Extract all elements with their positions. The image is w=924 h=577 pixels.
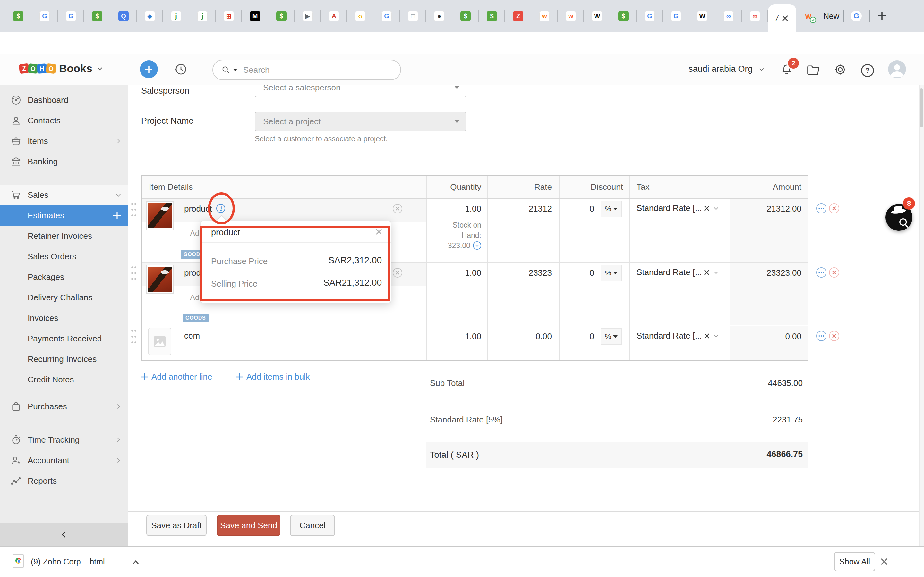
- sidebar-item-purchases[interactable]: Purchases: [0, 396, 128, 417]
- sidebar-item-recurring-invoices[interactable]: Recurring Invoices: [0, 349, 128, 369]
- add-another-line-link[interactable]: Add another line: [141, 372, 212, 382]
- tab-google[interactable]: G: [844, 0, 869, 32]
- browser-tab[interactable]: □: [400, 0, 426, 32]
- tab-close-icon[interactable]: [782, 15, 788, 21]
- row-delete-icon[interactable]: [829, 331, 839, 341]
- help-icon[interactable]: ?: [861, 64, 874, 77]
- download-expand-icon[interactable]: [132, 560, 139, 565]
- zoho-books-logo[interactable]: Z O H O Books: [19, 62, 103, 75]
- save-as-draft-button[interactable]: Save as Draft: [146, 515, 207, 536]
- row-more-icon[interactable]: [816, 268, 827, 277]
- add-estimate-plus-icon[interactable]: [112, 211, 122, 220]
- item-name[interactable]: prod: [184, 268, 201, 278]
- browser-tab[interactable]: j: [163, 0, 189, 32]
- browser-tab[interactable]: $: [84, 0, 110, 32]
- tab-new[interactable]: New: [819, 0, 843, 32]
- sidebar-item-dashboard[interactable]: Dashboard: [0, 90, 128, 110]
- browser-tab[interactable]: w: [531, 0, 557, 32]
- recent-history-icon[interactable]: [174, 62, 188, 76]
- search-icon[interactable]: [221, 65, 230, 74]
- sidebar-item-retainer-invoices[interactable]: Retainer Invoices: [0, 226, 128, 246]
- cancel-button[interactable]: Cancel: [290, 515, 335, 536]
- show-all-button[interactable]: Show All: [834, 552, 875, 571]
- browser-tab[interactable]: G: [373, 0, 400, 32]
- sidebar-item-time-tracking[interactable]: Time Tracking: [0, 430, 128, 450]
- sidebar-item-invoices[interactable]: Invoices: [0, 308, 128, 328]
- sidebar-item-contacts[interactable]: Contacts: [0, 110, 128, 131]
- tax-select[interactable]: Standard Rate [...: [636, 203, 719, 213]
- browser-tab[interactable]: G: [58, 0, 84, 32]
- quick-create-button[interactable]: [140, 60, 158, 78]
- browser-tab[interactable]: $: [479, 0, 505, 32]
- sidebar-item-payments-received[interactable]: Payments Received: [0, 328, 128, 349]
- discount-type-select[interactable]: %: [601, 265, 622, 282]
- scrollbar-track[interactable]: [919, 85, 924, 546]
- browser-tab[interactable]: $: [268, 0, 294, 32]
- row-drag-handle[interactable]: [131, 266, 137, 281]
- sidebar-item-banking[interactable]: Banking: [0, 151, 128, 172]
- browser-tab[interactable]: ∞: [716, 0, 742, 32]
- sidebar-collapse-button[interactable]: [0, 523, 128, 546]
- global-search[interactable]: Search: [212, 60, 401, 80]
- browser-tab[interactable]: G: [636, 0, 663, 32]
- browser-tab[interactable]: ‹›: [347, 0, 373, 32]
- sidebar-item-delivery-challans[interactable]: Delivery Challans: [0, 287, 128, 308]
- sidebar-section-sales[interactable]: Sales: [0, 185, 128, 205]
- row-more-icon[interactable]: [816, 331, 827, 341]
- quantity-input[interactable]: 1.00: [426, 332, 481, 342]
- rate-input[interactable]: 21312: [487, 204, 552, 214]
- browser-tab[interactable]: G: [663, 0, 689, 32]
- remove-tax-icon[interactable]: [704, 269, 710, 276]
- new-tab-button[interactable]: [877, 10, 887, 21]
- download-file-label[interactable]: (9) Zoho Corp....html: [31, 557, 105, 566]
- save-and-send-button[interactable]: Save and Send: [217, 515, 280, 536]
- row-delete-icon[interactable]: [829, 268, 839, 277]
- browser-tab[interactable]: ⊞: [216, 0, 242, 32]
- browser-tab[interactable]: G: [31, 0, 58, 32]
- rate-input[interactable]: 0.00: [487, 332, 552, 342]
- rate-input[interactable]: 23323: [487, 268, 552, 278]
- stock-expand-icon[interactable]: [473, 242, 481, 250]
- sidebar-item-reports[interactable]: Reports: [0, 471, 128, 491]
- discount-input[interactable]: 0: [559, 268, 594, 278]
- browser-tab[interactable]: W: [584, 0, 610, 32]
- browser-tab[interactable]: $: [5, 0, 31, 32]
- browser-tab[interactable]: $: [610, 0, 636, 32]
- discount-input[interactable]: 0: [559, 204, 594, 214]
- remove-item-icon[interactable]: [393, 268, 402, 277]
- scrollbar-thumb[interactable]: [919, 89, 923, 127]
- sidebar-item-items[interactable]: Items: [0, 131, 128, 151]
- add-items-in-bulk-link[interactable]: Add items in bulk: [236, 372, 310, 382]
- popover-close-icon[interactable]: [375, 228, 383, 235]
- discount-type-select[interactable]: %: [601, 328, 622, 345]
- row-delete-icon[interactable]: [829, 203, 839, 213]
- browser-tab[interactable]: Z: [505, 0, 531, 32]
- remove-tax-icon[interactable]: [704, 205, 710, 211]
- item-info-icon[interactable]: i: [216, 204, 225, 213]
- documents-folder-icon[interactable]: [806, 64, 820, 76]
- browser-tab[interactable]: M: [242, 0, 268, 32]
- sidebar-item-estimates[interactable]: Estimates: [0, 205, 128, 226]
- item-name[interactable]: com: [184, 331, 200, 341]
- org-switcher[interactable]: saudi arabia Org: [688, 64, 765, 74]
- browser-tab[interactable]: ●: [426, 0, 452, 32]
- tab-gitlab[interactable]: w: [798, 0, 819, 32]
- pinned-tabs[interactable]: $GG$Q◆jj⊞M$▶A‹›G□●$$ZwwW$GGW∞∞: [5, 0, 768, 32]
- quantity-input[interactable]: 1.00: [426, 204, 481, 214]
- discount-type-select[interactable]: %: [601, 201, 622, 218]
- item-name[interactable]: product: [184, 204, 212, 214]
- project-select[interactable]: Select a project: [255, 111, 467, 131]
- sidebar-item-packages[interactable]: Packages: [0, 267, 128, 287]
- browser-tab[interactable]: A: [321, 0, 347, 32]
- download-bar-close-icon[interactable]: [880, 558, 888, 566]
- sidebar-item-accountant[interactable]: Accountant: [0, 450, 128, 471]
- sidebar-item-credit-notes[interactable]: Credit Notes: [0, 369, 128, 390]
- active-tab[interactable]: /: [768, 5, 796, 32]
- row-drag-handle[interactable]: [131, 202, 137, 218]
- remove-tax-icon[interactable]: [704, 333, 710, 339]
- search-scope-caret[interactable]: [233, 69, 237, 71]
- add-description-link[interactable]: Ad: [190, 293, 199, 302]
- browser-tab[interactable]: j: [189, 0, 216, 32]
- search-input[interactable]: Search: [243, 65, 270, 75]
- add-description-link[interactable]: Ad: [190, 229, 199, 238]
